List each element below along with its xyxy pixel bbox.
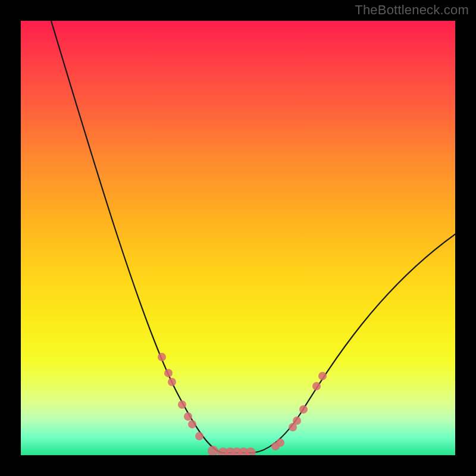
data-dots — [158, 353, 327, 455]
data-dot — [208, 446, 218, 455]
left-curve — [48, 21, 253, 453]
data-dot — [168, 378, 176, 386]
data-dot — [312, 382, 321, 390]
data-dot — [178, 400, 186, 409]
data-dot — [195, 432, 203, 440]
chart-frame: TheBottleneck.com — [0, 0, 476, 476]
data-dot — [188, 420, 196, 428]
data-dot — [245, 447, 256, 455]
plot-area — [21, 21, 455, 455]
data-dot — [299, 405, 308, 414]
data-dot — [293, 416, 301, 425]
data-dot — [184, 412, 192, 421]
watermark-text: TheBottleneck.com — [355, 2, 469, 18]
data-dot — [158, 353, 166, 361]
data-dot — [276, 439, 284, 447]
data-dot — [318, 372, 327, 380]
right-curve — [253, 232, 455, 453]
data-dot — [164, 369, 173, 377]
chart-svg — [21, 21, 455, 455]
